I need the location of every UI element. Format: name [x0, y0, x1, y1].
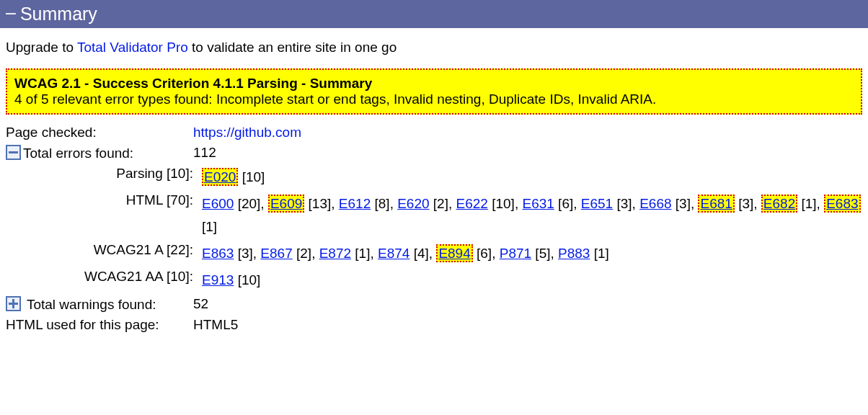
separator: ,	[253, 246, 261, 261]
error-group-codes: E913 [10]	[202, 269, 862, 291]
error-code-count: [20]	[234, 196, 260, 211]
separator: ,	[370, 246, 378, 261]
error-code-count: [2]	[293, 246, 311, 261]
expand-toggle-icon[interactable]	[6, 296, 21, 311]
error-code-link[interactable]: E681	[698, 195, 734, 213]
error-group-label: HTML [70]:	[6, 192, 202, 208]
error-code-link[interactable]: E867	[260, 246, 292, 261]
separator: ,	[573, 196, 581, 211]
upgrade-line: Upgrade to Total Validator Pro to valida…	[6, 40, 862, 55]
error-code-count: [1]	[351, 246, 370, 261]
error-code-count: [3]	[672, 196, 691, 211]
error-group-codes: E863 [3], E867 [2], E872 [1], E874 [4], …	[202, 242, 862, 264]
error-group-row: WCAG21 A [22]:E863 [3], E867 [2], E872 […	[6, 242, 862, 264]
separator: ,	[632, 196, 640, 211]
error-group-row: WCAG21 AA [10]:E913 [10]	[6, 269, 862, 291]
error-code-link[interactable]: E609	[268, 195, 304, 213]
error-code-link[interactable]: E874	[378, 246, 409, 261]
total-errors-label: Total errors found:	[6, 145, 193, 161]
wcag-summary-box: WCAG 2.1 - Success Criterion 4.1.1 Parsi…	[6, 68, 862, 115]
error-code-link[interactable]: E894	[436, 244, 472, 262]
separator: ,	[753, 196, 761, 211]
error-code-link[interactable]: E683	[824, 195, 860, 213]
error-code-count: [6]	[473, 246, 492, 261]
total-errors-value: 112	[193, 145, 862, 161]
total-errors-label-text: Total errors found:	[23, 146, 133, 161]
separator: ,	[260, 196, 268, 211]
error-code-count: [10]	[238, 169, 265, 184]
total-warnings-row: Total warnings found: 52	[6, 296, 862, 313]
error-code-link[interactable]: P883	[558, 246, 590, 261]
error-code-link[interactable]: E620	[397, 196, 429, 211]
error-code-link[interactable]: E651	[581, 196, 613, 211]
separator: ,	[429, 246, 437, 261]
wcag-title: WCAG 2.1 - Success Criterion 4.1.1 Parsi…	[14, 76, 854, 92]
html-used-label: HTML used for this page:	[6, 317, 193, 333]
html-used-value: HTML5	[193, 317, 862, 333]
error-code-link[interactable]: E682	[761, 195, 797, 213]
separator: ,	[515, 196, 523, 211]
error-code-link[interactable]: E612	[339, 196, 371, 211]
error-group-label: WCAG21 A [22]:	[6, 242, 202, 258]
collapse-toggle-icon[interactable]	[6, 145, 21, 160]
separator: ,	[311, 246, 319, 261]
wcag-body: 4 of 5 relevant error types found: Incom…	[14, 92, 854, 107]
separator: ,	[448, 196, 456, 211]
error-group-row: HTML [70]:E600 [20], E609 [13], E612 [8]…	[6, 192, 862, 238]
page-checked-url[interactable]: https://github.com	[193, 125, 301, 140]
error-code-count: [3]	[234, 246, 252, 261]
error-code-link[interactable]: E600	[202, 196, 234, 211]
error-code-count: [6]	[554, 196, 573, 211]
total-warnings-label: Total warnings found:	[6, 296, 193, 313]
page-checked-label: Page checked:	[6, 125, 193, 140]
summary-title: Summary	[20, 4, 97, 24]
error-group-label: WCAG21 AA [10]:	[6, 269, 202, 285]
error-code-count: [4]	[409, 246, 428, 261]
error-code-link[interactable]: E913	[202, 272, 234, 287]
error-group-codes: E600 [20], E609 [13], E612 [8], E620 [2]…	[202, 192, 862, 238]
html-used-row: HTML used for this page: HTML5	[6, 317, 862, 333]
error-group-label: Parsing [10]:	[6, 166, 202, 182]
error-code-link[interactable]: E631	[522, 196, 554, 211]
error-group-codes: E020 [10]	[202, 166, 862, 188]
error-code-count: [8]	[371, 196, 389, 211]
error-code-count: [13]	[304, 196, 331, 211]
error-code-count: [2]	[430, 196, 448, 211]
error-code-count: [1]	[202, 219, 217, 234]
error-code-link[interactable]: E668	[639, 196, 671, 211]
separator: ,	[551, 246, 559, 261]
upgrade-link[interactable]: Total Validator Pro	[77, 40, 188, 55]
error-code-link[interactable]: E872	[319, 246, 351, 261]
error-code-link[interactable]: E863	[202, 246, 234, 261]
collapse-icon[interactable]: –	[6, 2, 16, 23]
error-code-count: [5]	[531, 246, 550, 261]
error-code-count: [10]	[234, 272, 260, 287]
upgrade-prefix: Upgrade to	[6, 40, 77, 55]
error-code-count: [10]	[488, 196, 515, 211]
error-code-count: [1]	[590, 246, 608, 261]
error-code-link[interactable]: E622	[456, 196, 488, 211]
total-errors-row: Total errors found: 112	[6, 145, 862, 161]
error-code-count: [3]	[735, 196, 753, 211]
error-group-row: Parsing [10]:E020 [10]	[6, 166, 862, 188]
total-warnings-value: 52	[193, 296, 862, 312]
error-code-count: [3]	[613, 196, 632, 211]
separator: ,	[331, 196, 339, 211]
separator: ,	[817, 196, 825, 211]
error-code-count: [1]	[797, 196, 816, 211]
error-code-link[interactable]: P871	[500, 246, 531, 261]
separator: ,	[390, 196, 398, 211]
total-warnings-label-text: Total warnings found:	[27, 297, 156, 312]
upgrade-suffix: to validate an entire site in one go	[188, 40, 397, 55]
error-code-link[interactable]: E020	[202, 168, 238, 186]
separator: ,	[691, 196, 699, 211]
page-checked-row: Page checked: https://github.com	[6, 125, 862, 140]
summary-header: –Summary	[0, 0, 868, 28]
separator: ,	[492, 246, 500, 261]
